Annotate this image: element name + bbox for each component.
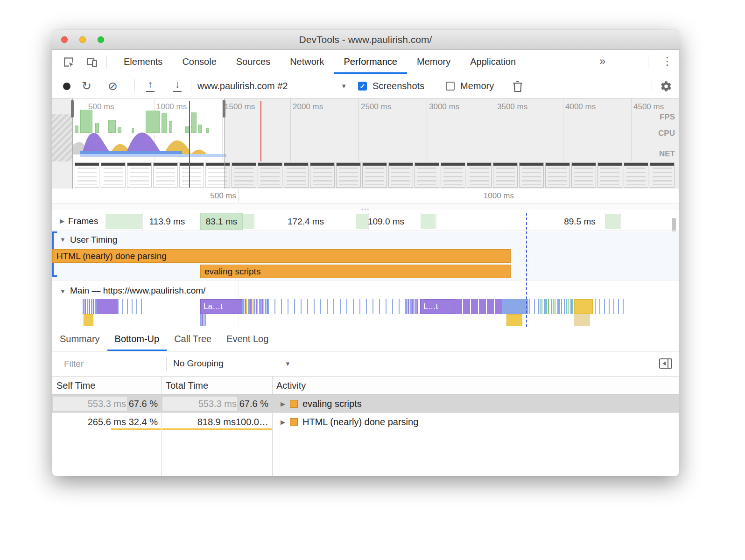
separator [191, 79, 191, 92]
tab-memory[interactable]: Memory [407, 50, 460, 74]
ruler-gridline [238, 189, 239, 203]
inspect-element-icon[interactable] [63, 56, 75, 70]
collapse-icon[interactable]: ▼ [60, 288, 66, 295]
filmstrip-thumbnail[interactable] [75, 162, 99, 188]
flame-row: La…t L…t [52, 299, 679, 314]
column-header-self-time[interactable]: Self Time [52, 377, 162, 394]
flame-bar[interactable] [595, 299, 626, 314]
selection-right-handle[interactable] [223, 100, 225, 118]
frame-bar[interactable]: 83.1 ms [200, 213, 243, 230]
gear-icon[interactable] [660, 80, 672, 95]
minimize-button[interactable] [79, 36, 86, 43]
fps-lane-label: FPS [660, 112, 675, 122]
filmstrip-thumbnail[interactable] [153, 162, 178, 188]
tab-elements[interactable]: Elements [114, 50, 172, 74]
frame-bar[interactable] [105, 214, 142, 230]
profile-select[interactable]: www.paulirish.com #2 ▼ [197, 74, 347, 98]
tab-performance[interactable]: Performance [334, 50, 408, 74]
tab-application[interactable]: Application [460, 50, 526, 74]
tab-console[interactable]: Console [172, 50, 226, 74]
memory-checkbox[interactable] [446, 82, 455, 91]
percent-bar [53, 397, 127, 411]
flame-bar[interactable] [268, 299, 406, 314]
selection-left-handle[interactable] [71, 100, 74, 118]
filter-input[interactable] [64, 357, 157, 371]
load-event-marker [260, 101, 261, 161]
table-row[interactable]: 553.3 ms 67.6 % 553.3 ms 67.6 % ▶ evalin… [52, 395, 679, 413]
percent-bar [162, 428, 272, 430]
device-toolbar-icon[interactable] [86, 56, 98, 70]
flame-bar[interactable] [200, 314, 206, 326]
flame-bar[interactable] [574, 299, 593, 314]
expand-icon[interactable]: ▶ [281, 419, 285, 426]
user-timing-label: User Timing [70, 235, 117, 245]
bottom-up-table: Self Time Total Time Activity 553.3 ms 6… [52, 377, 679, 476]
flame-bar[interactable] [97, 299, 118, 314]
frame-bar[interactable] [604, 214, 620, 230]
flame-bar[interactable] [574, 314, 590, 326]
trash-icon[interactable] [513, 80, 523, 95]
tab-event-log[interactable]: Event Log [219, 327, 276, 351]
panel-splitter[interactable]: … [52, 203, 679, 210]
expand-icon[interactable]: ▶ [60, 217, 64, 224]
tab-bottom-up[interactable]: Bottom-Up [107, 327, 167, 351]
percent-bar [162, 397, 237, 411]
tab-call-tree[interactable]: Call Tree [167, 327, 219, 351]
record-button[interactable] [63, 83, 70, 90]
grouping-select[interactable]: No Grouping ▼ [173, 351, 224, 376]
column-header-activity[interactable]: Activity [272, 377, 679, 394]
flame-bar[interactable] [455, 299, 502, 314]
show-sidebar-icon[interactable] [659, 358, 672, 371]
frame-bar[interactable] [243, 214, 255, 230]
fps-bar [169, 121, 172, 133]
filmstrip-thumbnail[interactable] [179, 162, 204, 188]
user-timing-bar[interactable]: evaling scripts [200, 265, 511, 278]
flame-bar[interactable] [529, 299, 536, 314]
fps-bar [80, 110, 92, 133]
menu-icon[interactable]: ⋮ [662, 55, 673, 68]
tab-network[interactable]: Network [280, 50, 334, 74]
reload-icon[interactable]: ↻ [82, 74, 91, 98]
more-tabs-icon[interactable]: » [599, 55, 605, 68]
filmstrip-thumbnail[interactable] [101, 162, 126, 188]
flame-bar[interactable] [118, 299, 146, 314]
flame-bar[interactable] [538, 299, 574, 314]
self-time-cell: 265.6 ms 32.4 % [52, 413, 162, 431]
flame-bar[interactable] [83, 299, 97, 314]
filmstrip-thumbnail[interactable] [127, 162, 152, 188]
performance-toolbar: ↻ ⊘ ↑ ↓ www.paulirish.com #2 ▼ ✓ Screens… [52, 74, 679, 98]
load-profile-icon[interactable]: ↑ [144, 79, 156, 93]
tab-summary[interactable]: Summary [52, 327, 107, 351]
frame-bar[interactable] [420, 214, 436, 230]
overview-dim-right [224, 98, 679, 189]
titlebar: DevTools - www.paulirish.com/ [52, 30, 679, 50]
column-header-total-time[interactable]: Total Time [162, 377, 272, 394]
flame-bar-layout[interactable]: L…t [420, 299, 455, 314]
flame-bar[interactable] [502, 299, 528, 314]
zoom-button[interactable] [98, 36, 104, 43]
column-divider[interactable] [162, 377, 162, 476]
flame-bar[interactable] [406, 299, 419, 314]
table-row[interactable]: 265.6 ms 32.4 % 818.9 ms 100.0… ▶ HTML (… [52, 413, 679, 431]
grouping-select-value: No Grouping [173, 358, 224, 369]
close-button[interactable] [61, 36, 68, 43]
clear-icon[interactable]: ⊘ [108, 74, 118, 98]
network-activity-bar-light [80, 154, 226, 157]
activity-cell: ▶ HTML (nearly) done parsing [272, 413, 679, 431]
flame-bar[interactable] [242, 299, 268, 314]
expand-icon[interactable]: ▶ [281, 400, 285, 407]
timeline-overview[interactable]: FPS CPU NET 500 ms1000 ms1500 ms2000 ms2… [52, 98, 679, 189]
user-timing-bar[interactable]: HTML (nearly) done parsing [52, 249, 511, 263]
frame-bar[interactable] [356, 214, 368, 230]
collapse-icon[interactable]: ▼ [60, 236, 66, 243]
flame-bar-layout[interactable]: La…t [200, 299, 242, 314]
flame-bar[interactable] [84, 314, 93, 326]
save-profile-icon[interactable]: ↓ [171, 79, 183, 93]
screenshots-checkbox[interactable]: ✓ [358, 82, 367, 91]
column-divider[interactable] [272, 377, 273, 476]
tab-sources[interactable]: Sources [226, 50, 280, 74]
flame-chart-tracks[interactable]: ▶ Frames 113.9 ms 83.1 ms 172.4 ms 109.0… [52, 210, 679, 327]
separator [166, 357, 167, 371]
fps-bar [162, 113, 167, 133]
flame-bar[interactable] [506, 314, 522, 326]
